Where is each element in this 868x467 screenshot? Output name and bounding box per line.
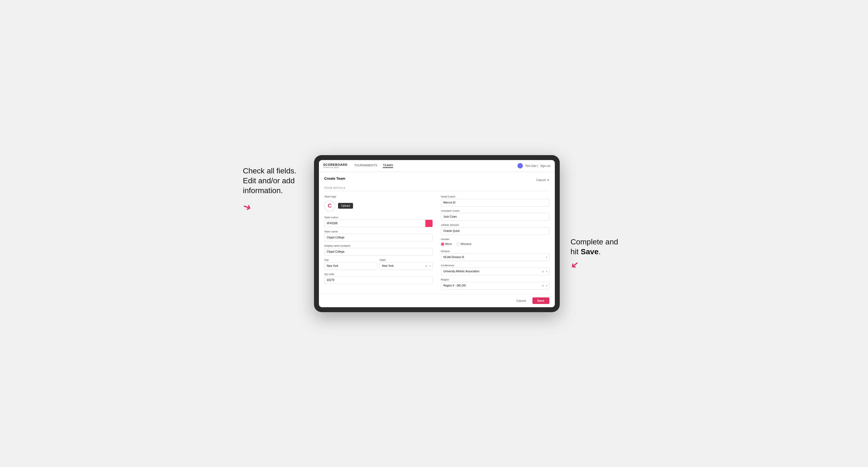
gender-womens-label: Womens xyxy=(461,243,471,246)
form-grid: Team logo C Upload Team colour xyxy=(324,195,549,289)
assistant-coach-label: Assistant Coach xyxy=(441,209,549,212)
upload-button[interactable]: Upload xyxy=(338,203,353,209)
region-label: Region xyxy=(441,278,549,281)
city-state-row: City State New York ✕ xyxy=(324,258,433,270)
cancel-top-button[interactable]: Cancel ✕ xyxy=(536,178,549,182)
athletic-director-group: Athletic Director xyxy=(441,223,549,235)
nav-tournaments[interactable]: TOURNAMENTS xyxy=(354,164,377,168)
conference-select-wrapper: University Athletic Association ✕ ▾ xyxy=(441,268,549,275)
head-coach-label: Head Coach xyxy=(441,195,549,198)
user-name: Test User | xyxy=(525,164,538,167)
team-logo-label: Team logo xyxy=(324,195,433,198)
team-colour-input[interactable]: #F43168 xyxy=(324,220,425,227)
conference-label: Conference xyxy=(441,264,549,267)
nav-right: Test User | Sign out xyxy=(518,163,550,168)
athletic-director-input[interactable] xyxy=(441,227,549,235)
main-content: Create Team Cancel ✕ TEAM DETAILS Team l… xyxy=(319,172,555,294)
right-column: Head Coach Assistant Coach Athletic Dire… xyxy=(441,195,549,289)
head-coach-group: Head Coach xyxy=(441,195,549,207)
page-header: Create Team Cancel ✕ xyxy=(324,177,549,184)
section-header: TEAM DETAILS xyxy=(324,187,549,191)
division-label: Division xyxy=(441,250,549,253)
city-label: City xyxy=(324,258,378,261)
display-name-input[interactable] xyxy=(324,248,433,256)
instructions-left: Check all fields. Edit and/or add inform… xyxy=(243,155,303,213)
display-name-label: Display name (unique) xyxy=(324,244,433,247)
gender-mens-label: Mens xyxy=(445,243,452,246)
page-title: Create Team xyxy=(324,177,345,181)
tablet-screen: SCOREBOARD Powered by clippd TOURNAMENTS… xyxy=(319,160,555,307)
nav-teams[interactable]: TEAMS xyxy=(383,164,393,168)
save-button[interactable]: Save xyxy=(532,298,549,304)
city-group: City xyxy=(324,258,378,270)
left-column: Team logo C Upload Team colour xyxy=(324,195,433,289)
zip-group: Zip code xyxy=(324,273,433,284)
instructions-right: Complete and hit Save. ➜ xyxy=(571,155,625,271)
zip-input[interactable] xyxy=(324,276,433,284)
region-group: Region Region II - (M) DIII ✕ ▾ xyxy=(441,278,549,289)
colour-row: #F43168 xyxy=(324,220,433,227)
state-select[interactable]: New York xyxy=(379,262,433,270)
assistant-coach-input[interactable] xyxy=(441,213,549,221)
state-label: State xyxy=(379,258,433,261)
gender-label: Gender xyxy=(441,238,549,241)
team-name-label: Team name xyxy=(324,230,433,233)
team-colour-label: Team colour xyxy=(324,216,433,219)
gender-group: Gender Mens Womens xyxy=(441,238,549,247)
user-avatar xyxy=(518,163,523,168)
gender-mens-radio[interactable] xyxy=(441,243,444,246)
nav-bar: SCOREBOARD Powered by clippd TOURNAMENTS… xyxy=(319,160,555,172)
team-name-input[interactable] xyxy=(324,234,433,242)
team-logo-group: Team logo C Upload xyxy=(324,195,433,213)
state-clear-icon[interactable]: ✕ xyxy=(425,264,427,268)
gender-radio-group: Mens Womens xyxy=(441,242,549,247)
left-instruction-text: Check all fields. Edit and/or add inform… xyxy=(243,166,303,196)
team-name-group: Team name xyxy=(324,230,433,242)
team-colour-group: Team colour #F43168 xyxy=(324,216,433,227)
right-instruction-text: Complete and hit Save. xyxy=(571,237,625,257)
zip-label: Zip code xyxy=(324,273,433,276)
conference-clear-icon[interactable]: ✕ xyxy=(542,270,544,273)
state-select-wrapper: New York ✕ ▾ xyxy=(379,262,433,270)
logo-sub-text: Powered by clippd xyxy=(323,166,348,168)
colour-swatch[interactable] xyxy=(425,220,433,227)
conference-group: Conference University Athletic Associati… xyxy=(441,264,549,275)
logo-circle: C xyxy=(324,200,335,211)
state-group: State New York ✕ ▾ xyxy=(379,258,433,270)
division-select-wrapper: NCAA Division III ▾ xyxy=(441,253,549,261)
logo-letter: C xyxy=(328,203,332,209)
region-clear-icon[interactable]: ✕ xyxy=(542,284,544,287)
city-state-group: City State New York ✕ xyxy=(324,258,433,270)
city-input[interactable] xyxy=(324,262,378,270)
app-logo: SCOREBOARD Powered by clippd xyxy=(323,163,348,168)
nav-links: TOURNAMENTS TEAMS xyxy=(354,164,393,168)
gender-mens-option[interactable]: Mens xyxy=(441,243,452,246)
cancel-button[interactable]: Cancel xyxy=(513,298,530,304)
sign-out-link[interactable]: Sign out xyxy=(540,164,551,167)
division-select[interactable]: NCAA Division III xyxy=(441,253,549,261)
display-name-group: Display name (unique) xyxy=(324,244,433,256)
assistant-coach-group: Assistant Coach xyxy=(441,209,549,221)
conference-select[interactable]: University Athletic Association xyxy=(441,268,549,275)
division-group: Division NCAA Division III ▾ xyxy=(441,250,549,261)
form-footer: Cancel Save xyxy=(319,294,555,307)
gender-womens-option[interactable]: Womens xyxy=(456,243,471,246)
head-coach-input[interactable] xyxy=(441,199,549,207)
gender-womens-radio[interactable] xyxy=(456,243,460,246)
athletic-director-label: Athletic Director xyxy=(441,223,549,226)
logo-area: C Upload xyxy=(324,199,433,213)
region-select-wrapper: Region II - (M) DIII ✕ ▾ xyxy=(441,282,549,289)
tablet-frame: SCOREBOARD Powered by clippd TOURNAMENTS… xyxy=(314,155,560,312)
logo-main-text: SCOREBOARD xyxy=(323,163,348,166)
region-select[interactable]: Region II - (M) DIII xyxy=(441,282,549,289)
